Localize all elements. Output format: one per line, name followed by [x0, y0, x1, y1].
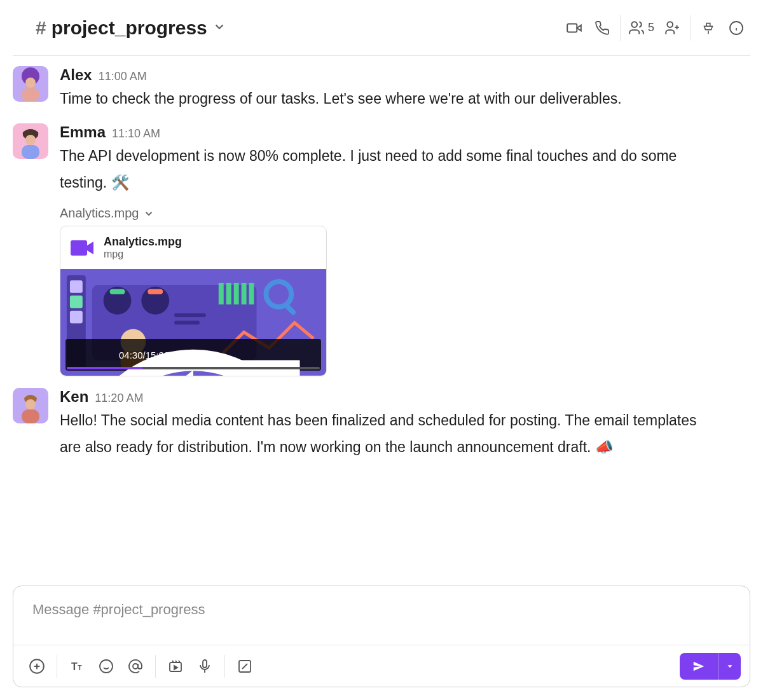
- message-text: The API development is now 80% complete.…: [60, 142, 721, 196]
- message-composer: Message #project_progress TT: [13, 586, 750, 687]
- attachment-card: Analytics.mpg mpg: [60, 226, 327, 376]
- attachment-label: Analytics.mpg: [60, 206, 139, 221]
- avatar[interactable]: [13, 388, 48, 423]
- emoji-button[interactable]: [92, 652, 121, 681]
- divider: [155, 655, 156, 678]
- pin-button[interactable]: [694, 14, 722, 42]
- svg-rect-36: [249, 283, 254, 305]
- message-row: Ken 11:20 AM Hello! The social media con…: [13, 384, 750, 468]
- message-author[interactable]: Ken: [60, 388, 88, 406]
- svg-rect-0: [567, 24, 577, 32]
- send-button[interactable]: [680, 653, 718, 680]
- attachment-header: Analytics.mpg mpg: [60, 226, 326, 269]
- svg-point-5: [667, 22, 673, 27]
- svg-rect-22: [70, 311, 83, 324]
- message-text: Hello! The social media content has been…: [60, 407, 721, 460]
- svg-rect-12: [22, 88, 39, 102]
- info-button[interactable]: [722, 14, 750, 42]
- svg-marker-64: [727, 665, 732, 668]
- svg-rect-60: [203, 660, 207, 668]
- svg-line-63: [242, 664, 247, 669]
- record-audio-button[interactable]: [190, 652, 219, 681]
- chevron-down-icon: [212, 20, 226, 36]
- svg-rect-25: [110, 289, 125, 294]
- svg-point-57: [133, 664, 138, 669]
- audio-call-button[interactable]: [588, 14, 616, 42]
- svg-point-11: [25, 78, 36, 88]
- message-body: Alex 11:00 AM Time to check the progress…: [60, 66, 750, 112]
- message-body: Ken 11:20 AM Hello! The social media con…: [60, 388, 750, 460]
- channel-header: # project_progress 5: [13, 0, 750, 56]
- attachment-filetype: mpg: [104, 249, 182, 260]
- members-count: 5: [648, 21, 654, 34]
- video-thumbnail[interactable]: 04:30/15:00: [60, 269, 326, 376]
- mention-button[interactable]: [121, 652, 150, 681]
- message-time: 11:10 AM: [112, 127, 160, 141]
- divider: [620, 15, 621, 41]
- chevron-down-icon: [143, 208, 155, 219]
- message-row: Alex 11:00 AM Time to check the progress…: [13, 62, 750, 120]
- video-progress[interactable]: [67, 367, 320, 369]
- svg-marker-59: [174, 666, 177, 669]
- svg-rect-35: [242, 283, 247, 305]
- send-options-button[interactable]: [718, 653, 741, 680]
- message-text: Time to check the progress of our tasks.…: [60, 85, 721, 112]
- message-body: Emma 11:10 AM The API development is now…: [60, 123, 750, 376]
- message-list: Alex 11:00 AM Time to check the progress…: [13, 56, 750, 582]
- message-input[interactable]: Message #project_progress: [13, 586, 750, 645]
- svg-marker-17: [87, 242, 93, 254]
- svg-rect-30: [174, 313, 206, 317]
- video-player-bar: 04:30/15:00: [65, 339, 321, 371]
- divider: [57, 655, 57, 678]
- svg-text:T: T: [78, 664, 82, 671]
- svg-text:T: T: [71, 661, 78, 672]
- video-call-button[interactable]: [560, 14, 588, 42]
- attach-button[interactable]: [22, 652, 52, 681]
- svg-rect-34: [234, 283, 239, 305]
- avatar[interactable]: [13, 123, 48, 159]
- svg-rect-32: [219, 283, 224, 305]
- composer-toolbar: TT: [13, 645, 750, 687]
- message-time: 11:00 AM: [99, 70, 147, 83]
- divider: [224, 655, 225, 678]
- svg-rect-15: [22, 145, 39, 159]
- message-author[interactable]: Emma: [60, 123, 106, 141]
- svg-point-54: [100, 660, 113, 673]
- fullscreen-button[interactable]: [301, 347, 316, 362]
- attachment-toggle[interactable]: Analytics.mpg: [60, 206, 750, 221]
- svg-point-47: [25, 399, 36, 409]
- record-video-button[interactable]: [161, 652, 190, 681]
- header-actions: 5: [560, 12, 750, 44]
- message-time: 11:20 AM: [95, 392, 143, 405]
- chat-app: # project_progress 5: [0, 0, 763, 700]
- message-row: Emma 11:10 AM The API development is now…: [13, 120, 750, 384]
- hash-icon: #: [36, 17, 46, 39]
- svg-point-14: [25, 135, 36, 145]
- svg-rect-31: [174, 321, 200, 325]
- send-button-group: [680, 653, 741, 680]
- svg-rect-20: [70, 280, 83, 293]
- attachment-filename: Analytics.mpg: [104, 235, 182, 249]
- video-file-icon: [71, 239, 95, 257]
- svg-rect-16: [71, 240, 87, 256]
- svg-rect-21: [70, 296, 83, 308]
- add-member-button[interactable]: [658, 14, 686, 42]
- divider: [690, 15, 691, 41]
- members-button[interactable]: 5: [624, 14, 658, 42]
- svg-rect-33: [226, 283, 231, 305]
- svg-point-2: [631, 22, 637, 27]
- message-author[interactable]: Alex: [60, 66, 92, 84]
- format-button[interactable]: TT: [62, 652, 92, 681]
- shortcuts-button[interactable]: [230, 652, 259, 681]
- avatar[interactable]: [13, 66, 48, 102]
- svg-rect-27: [148, 289, 163, 294]
- svg-rect-48: [22, 409, 39, 423]
- channel-title-button[interactable]: # project_progress: [13, 17, 226, 39]
- channel-name: project_progress: [52, 17, 207, 39]
